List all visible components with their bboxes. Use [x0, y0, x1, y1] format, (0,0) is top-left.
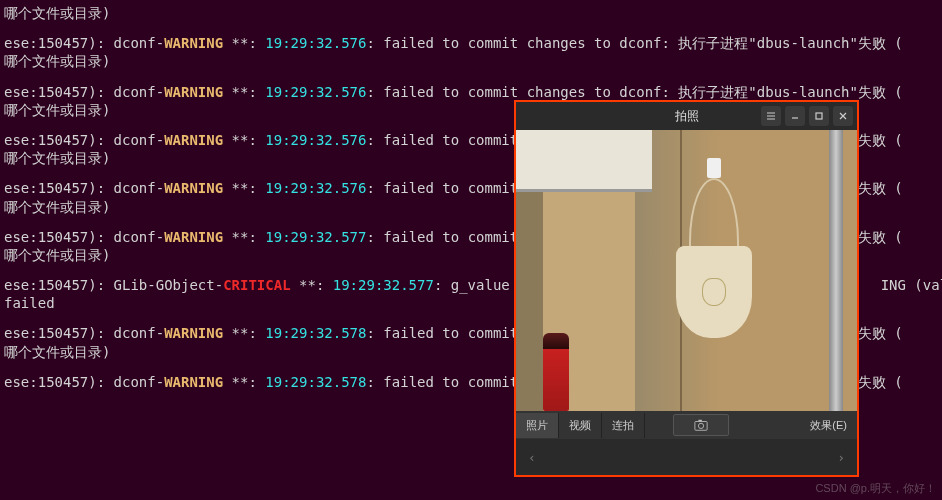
camera-icon: [694, 418, 708, 432]
thumb-prev-button[interactable]: ‹: [524, 446, 540, 469]
window-controls: [761, 106, 853, 126]
scene-hook: [707, 158, 721, 178]
shutter-button[interactable]: [673, 414, 729, 436]
scene-bag: [669, 178, 759, 348]
svg-rect-0: [816, 113, 822, 119]
window-titlebar[interactable]: 拍照: [516, 102, 857, 130]
scene-pole: [829, 130, 843, 411]
cheese-camera-window: 拍照 照片 视频 连拍: [514, 100, 859, 477]
watermark: CSDN @p.明天，你好！: [815, 481, 936, 496]
svg-point-2: [698, 423, 703, 428]
minimize-button[interactable]: [785, 106, 805, 126]
tab-photo[interactable]: 照片: [516, 413, 559, 438]
maximize-button[interactable]: [809, 106, 829, 126]
camera-preview: [516, 130, 857, 411]
scene-shelf: [516, 130, 652, 192]
tab-video[interactable]: 视频: [559, 413, 602, 438]
mode-tabs: 照片 视频 连拍: [516, 413, 645, 438]
camera-toolbar: 照片 视频 连拍 效果(E): [516, 411, 857, 439]
svg-rect-3: [698, 420, 702, 422]
tab-burst[interactable]: 连拍: [602, 413, 645, 438]
scene-bottle: [543, 333, 569, 411]
thumb-next-button[interactable]: ›: [833, 446, 849, 469]
effects-button[interactable]: 效果(E): [800, 413, 857, 438]
window-title: 拍照: [675, 108, 699, 125]
terminal-line: 哪个文件或目录): [0, 4, 942, 22]
close-button[interactable]: [833, 106, 853, 126]
terminal-line: ese:150457): dconf-WARNING **: 19:29:32.…: [0, 83, 942, 101]
hamburger-menu-button[interactable]: [761, 106, 781, 126]
thumbnail-strip: ‹ ›: [516, 439, 857, 475]
terminal-line: ese:150457): dconf-WARNING **: 19:29:32.…: [0, 34, 942, 52]
terminal-line: 哪个文件或目录): [0, 52, 942, 70]
